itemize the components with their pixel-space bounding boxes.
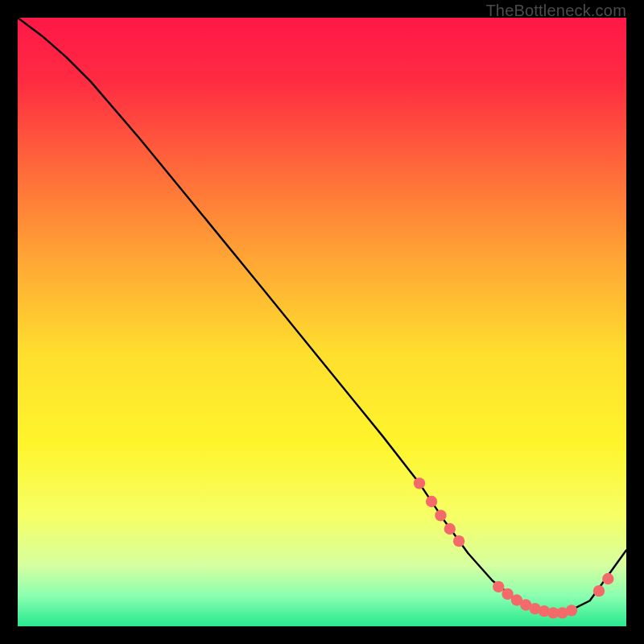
- highlight-dot: [444, 523, 456, 535]
- highlight-dot: [602, 573, 613, 584]
- chart-container: TheBottleneck.com: [0, 0, 644, 644]
- highlight-dot: [593, 585, 605, 597]
- highlight-dot: [435, 510, 446, 521]
- plot-area: [18, 18, 626, 626]
- highlight-dot: [566, 605, 577, 616]
- watermark-text: TheBottleneck.com: [485, 2, 626, 20]
- highlight-dot: [453, 535, 464, 547]
- highlight-dot: [426, 496, 437, 507]
- chart-svg: [18, 18, 626, 626]
- highlight-dot: [493, 581, 504, 592]
- gradient-background: [18, 18, 626, 626]
- highlight-dot: [414, 477, 425, 489]
